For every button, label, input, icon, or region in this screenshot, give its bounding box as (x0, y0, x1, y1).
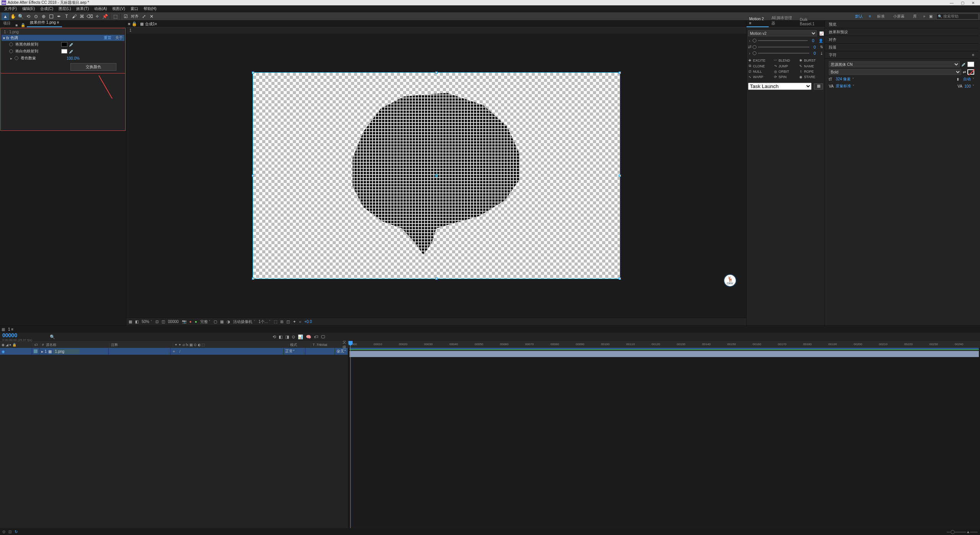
layer-color-tag[interactable] (34, 349, 38, 353)
panel-character[interactable]: 字符≡ (825, 51, 978, 59)
tl-btn-frameblend[interactable]: ◨ (284, 334, 290, 340)
tl-btn-motionblur[interactable]: ⊙ (291, 334, 296, 340)
font-family-dropdown[interactable]: 思源黑体 CN (829, 61, 960, 67)
tool-text[interactable]: T (63, 13, 70, 20)
black-color-swatch[interactable] (61, 42, 67, 47)
snap-opt1[interactable]: ⤢ (140, 13, 148, 20)
menu-composition[interactable]: 合成(C) (38, 5, 56, 12)
lock-icon[interactable]: ■ (14, 23, 19, 27)
pixel-aspect-icon[interactable]: ◫ (286, 320, 290, 324)
workspace-default[interactable]: 默认 (853, 13, 865, 20)
font-weight-dropdown[interactable]: Bold (829, 69, 961, 75)
share-icon[interactable]: ⊞ (280, 320, 283, 324)
comp-canvas[interactable]: ⊕ (253, 72, 620, 279)
tab-duik[interactable]: Duik Bassel.1 (797, 16, 825, 27)
playhead[interactable] (350, 342, 351, 528)
snap-opt2[interactable]: ✕ (148, 13, 155, 20)
tl-btn-draft3d[interactable]: ◧ (278, 334, 283, 340)
roi-icon[interactable]: ◫ (162, 320, 165, 324)
effect-about[interactable]: 关于 (115, 35, 123, 41)
channel-g-icon[interactable]: ● (195, 320, 197, 324)
task-launch-dropdown[interactable]: Task Launch (748, 83, 812, 90)
tool-brush[interactable]: 🖌 (70, 13, 78, 20)
timeline-layer-row-1[interactable]: ◉ ▸1 ▦ 1.png ✦ / 正常 ˅ ⦿ 无 ˅ (0, 348, 348, 355)
eyedropper-icon[interactable]: 💉 (69, 49, 74, 54)
visibility-icon[interactable]: ◉ (2, 349, 5, 354)
maximize-button[interactable]: ▢ (957, 1, 968, 5)
status-bin-icon[interactable]: ↻ (15, 530, 18, 534)
motion-btn-stare[interactable]: ◉STARE (799, 75, 823, 79)
minimize-button[interactable]: — (946, 1, 957, 5)
tool-selection[interactable]: ▲ (2, 13, 9, 20)
leading-value[interactable]: 自动 (963, 77, 971, 82)
panel-align[interactable]: 对齐 (825, 36, 978, 44)
panel-toggle-icon[interactable]: ▣ (929, 14, 933, 18)
amount-value[interactable]: 100.0% (67, 56, 80, 60)
timeline-tab-1[interactable]: 1 ≡ (5, 326, 16, 332)
3d-icon[interactable]: ⬚ (274, 320, 277, 324)
tl-btn-shy[interactable]: ⟲ (272, 334, 277, 340)
timeline-ruler[interactable]: 0000000010000200003000040000500006000070… (348, 342, 980, 348)
fast-preview-icon[interactable]: ✦ (293, 320, 296, 324)
menu-effect[interactable]: 效果(T) (74, 5, 91, 12)
panel-preview[interactable]: 预览 (825, 21, 978, 28)
tl-btn-tag[interactable]: 🏷 (313, 334, 319, 340)
workspace-menu-icon[interactable]: ≡ (869, 14, 871, 18)
workspace-small[interactable]: 小屏幕 (891, 13, 907, 20)
timeline-icon[interactable]: ⟐ (299, 320, 301, 324)
panel-effects-presets[interactable]: 效果和预设 (825, 28, 978, 36)
motion-slider-1[interactable]: ‹0👤 (748, 38, 823, 44)
tl-btn-screen[interactable]: 🖵 (320, 334, 326, 340)
tab-motion2[interactable]: Motion 2 ≡ (746, 16, 769, 27)
motion-btn-name[interactable]: ✎NAME (799, 64, 823, 68)
workspace-standard[interactable]: 标准 (875, 13, 887, 20)
mask-icon[interactable]: ◑ (227, 320, 230, 324)
workspace-overflow[interactable]: » (923, 14, 925, 18)
camera-dropdown[interactable]: 活动摄像机 (233, 319, 255, 325)
selection-handle[interactable] (252, 175, 254, 177)
selection-handle[interactable] (619, 72, 621, 74)
layer-duration-bar[interactable] (350, 351, 979, 357)
stopwatch-icon[interactable] (15, 56, 18, 60)
motion-btn-warp[interactable]: ∿WARP (748, 75, 772, 79)
tool-clone[interactable]: ⌘ (78, 13, 86, 20)
comp-tab[interactable]: ▦ 合成1 ≡ (137, 21, 160, 28)
exposure-value[interactable]: +0.0 (304, 320, 312, 324)
motion-slider-3[interactable]: ›0⤓ (748, 50, 823, 56)
effect-reset[interactable]: 重置 (104, 35, 111, 41)
channel-r-icon[interactable]: ● (189, 320, 192, 324)
graph-icon[interactable]: 📈 (819, 31, 823, 36)
tool-puppet[interactable]: 📌 (101, 13, 109, 20)
selection-handle[interactable] (619, 175, 621, 177)
timeline-search-icon[interactable]: 🔍 (50, 334, 57, 339)
stroke-color-swatch[interactable] (967, 69, 974, 75)
motion-btn-rope[interactable]: ⌇ROPE (799, 70, 823, 73)
tab-script-manager[interactable]: AE脚本管理器 (769, 14, 797, 27)
trans-grid-icon[interactable]: ▦ (220, 320, 224, 324)
views-dropdown[interactable]: 1个... (258, 319, 271, 325)
stopwatch-icon[interactable] (9, 49, 13, 53)
snap-checkbox[interactable]: ☑ (122, 13, 129, 20)
font-size-value[interactable]: 324 像素 (836, 77, 851, 82)
tl-btn-graph[interactable]: 📊 (297, 334, 304, 340)
snapshot-icon[interactable]: 📷 (182, 320, 186, 324)
channel-icon[interactable]: ◧ (135, 320, 139, 324)
motion-preset-dropdown[interactable]: Motion v2 (748, 30, 817, 36)
menu-layer[interactable]: 图层(L) (56, 5, 74, 12)
tool-zoom[interactable]: 🔍 (17, 13, 24, 20)
lock-icon[interactable]: ■ 🔒 (128, 21, 137, 26)
motion-btn-spin[interactable]: ⟳SPIN (774, 75, 798, 79)
comp-breadcrumb[interactable]: 1 (126, 28, 746, 34)
timecode-display[interactable]: 00000 (168, 320, 179, 324)
current-time-display[interactable]: 00000 (2, 332, 47, 338)
kerning-value[interactable]: 度量标准 (836, 83, 851, 89)
search-help[interactable]: 搜索帮助 (936, 13, 978, 20)
disclosure-icon[interactable]: ▸ (9, 56, 13, 60)
swap-colors-button[interactable]: 交换颜色 (70, 63, 116, 71)
grid-icon[interactable]: ▦ (129, 320, 132, 324)
zoom-slider[interactable]: —◯———▲—— (947, 530, 978, 534)
tool-hand[interactable]: ✋ (9, 13, 17, 20)
panel-paragraph[interactable]: 段落 (825, 44, 978, 51)
swap-fill-stroke-icon[interactable]: ⇄ (963, 70, 966, 74)
menu-edit[interactable]: 编辑(E) (20, 5, 38, 12)
